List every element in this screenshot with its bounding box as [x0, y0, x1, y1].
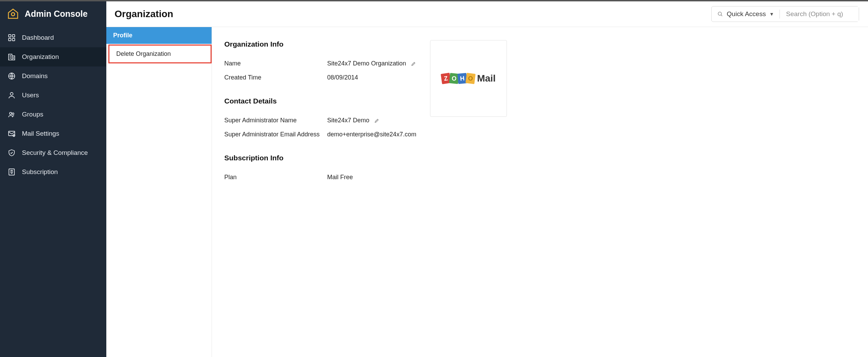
- subscription-icon: [8, 168, 16, 176]
- logo-card: Z O H O Mail: [430, 40, 507, 117]
- globe-icon: [8, 72, 16, 80]
- row-plan: Plan Mail Free: [224, 170, 416, 184]
- section-title-org-info: Organization Info: [224, 40, 416, 48]
- sidebar-item-security[interactable]: Security & Compliance: [0, 143, 106, 162]
- search-input[interactable]: [780, 7, 859, 22]
- svg-rect-11: [9, 131, 15, 136]
- quick-access-dropdown[interactable]: Quick Access ▼: [712, 10, 780, 18]
- value-name: Site24x7 Demo Organization: [327, 60, 416, 67]
- topbar: Organization Quick Access ▼: [106, 1, 868, 27]
- shield-icon: [8, 149, 16, 157]
- section-title-subscription: Subscription Info: [224, 154, 416, 162]
- user-icon: [8, 91, 16, 99]
- nav: Dashboard Organization Domains: [0, 28, 106, 182]
- value-admin-email: demo+enterprise@site24x7.com: [327, 131, 416, 138]
- chevron-down-icon: ▼: [769, 11, 774, 17]
- sidebar-item-label: Mail Settings: [22, 130, 59, 137]
- section-title-contact: Contact Details: [224, 97, 416, 105]
- search-group: Quick Access ▼: [711, 6, 859, 22]
- svg-point-10: [12, 113, 14, 114]
- details: Organization Info Name Site24x7 Demo Org…: [224, 37, 416, 184]
- dashboard-icon: [8, 34, 16, 42]
- sidebar-item-label: Users: [22, 91, 39, 99]
- logo-text-mail: Mail: [477, 73, 496, 84]
- svg-point-9: [10, 112, 12, 114]
- svg-point-14: [718, 12, 722, 15]
- row-name: Name Site24x7 Demo Organization: [224, 57, 416, 71]
- subnav-item-delete-organization[interactable]: Delete Organization: [108, 45, 212, 63]
- row-created: Created Time 08/09/2014: [224, 71, 416, 85]
- brand: Admin Console: [0, 1, 106, 28]
- admin-name-value: Site24x7 Demo: [327, 117, 369, 124]
- label-created: Created Time: [224, 74, 327, 81]
- plan-value: Mail Free: [327, 174, 353, 181]
- sidebar-item-users[interactable]: Users: [0, 86, 106, 105]
- sidebar: Admin Console Dashboard: [0, 1, 106, 357]
- group-icon: [8, 110, 16, 119]
- sidebar-item-label: Organization: [22, 53, 59, 61]
- svg-rect-3: [9, 38, 11, 41]
- value-plan: Mail Free: [327, 174, 353, 181]
- sidebar-item-mail-settings[interactable]: Mail Settings: [0, 124, 106, 143]
- value-admin-name: Site24x7 Demo: [327, 117, 380, 124]
- sidebar-item-organization[interactable]: Organization: [0, 47, 106, 66]
- org-name-value: Site24x7 Demo Organization: [327, 60, 406, 67]
- sidebar-item-label: Subscription: [22, 168, 58, 176]
- svg-point-8: [10, 93, 13, 95]
- sidebar-item-label: Dashboard: [22, 34, 54, 41]
- value-created: 08/09/2014: [327, 74, 358, 81]
- label-plan: Plan: [224, 174, 327, 181]
- page-title: Organization: [115, 9, 173, 20]
- sidebar-item-dashboard[interactable]: Dashboard: [0, 28, 106, 47]
- label-admin-email: Super Administrator Email Address: [224, 131, 327, 138]
- svg-rect-1: [9, 35, 11, 37]
- sidebar-item-groups[interactable]: Groups: [0, 105, 106, 124]
- logo-letter-o: O: [465, 73, 475, 84]
- row-admin-name: Super Administrator Name Site24x7 Demo: [224, 113, 416, 127]
- content: Organization Info Name Site24x7 Demo Org…: [212, 27, 519, 357]
- svg-rect-4: [12, 38, 15, 41]
- label-name: Name: [224, 60, 327, 67]
- subnav-item-profile[interactable]: Profile: [106, 27, 212, 44]
- search-icon: [717, 11, 723, 17]
- admin-email-value: demo+enterprise@site24x7.com: [327, 131, 416, 138]
- mail-settings-icon: [8, 130, 16, 138]
- edit-icon[interactable]: [411, 61, 416, 66]
- zoho-mail-logo: Z O H O Mail: [441, 73, 496, 84]
- subnav-item-label: Delete Organization: [116, 50, 171, 57]
- organization-icon: [8, 53, 16, 61]
- row-admin-email: Super Administrator Email Address demo+e…: [224, 127, 416, 141]
- sidebar-item-domains[interactable]: Domains: [0, 66, 106, 86]
- brand-title: Admin Console: [25, 9, 87, 19]
- subnav-item-label: Profile: [113, 32, 132, 39]
- svg-rect-2: [12, 35, 15, 37]
- svg-rect-6: [12, 56, 15, 60]
- subnav: Profile Delete Organization: [106, 27, 212, 357]
- sidebar-item-subscription[interactable]: Subscription: [0, 162, 106, 182]
- app-root: Admin Console Dashboard: [0, 0, 868, 357]
- quick-access-label: Quick Access: [727, 10, 766, 18]
- edit-icon[interactable]: [374, 118, 380, 123]
- body: Profile Delete Organization Organization…: [106, 27, 868, 357]
- sidebar-item-label: Groups: [22, 111, 43, 118]
- sidebar-item-label: Domains: [22, 72, 48, 80]
- main-column: Organization Quick Access ▼: [106, 1, 868, 357]
- label-admin-name: Super Administrator Name: [224, 117, 327, 124]
- sidebar-item-label: Security & Compliance: [22, 149, 88, 157]
- brand-icon: [7, 8, 19, 20]
- created-value: 08/09/2014: [327, 74, 358, 81]
